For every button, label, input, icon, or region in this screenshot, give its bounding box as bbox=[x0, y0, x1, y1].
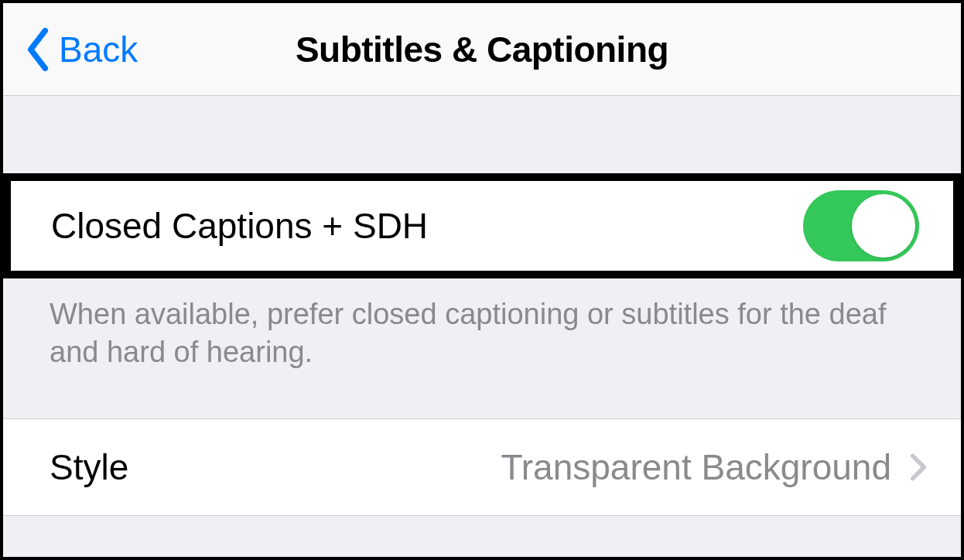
section-spacer bbox=[3, 96, 961, 173]
section-spacer bbox=[3, 372, 961, 418]
closed-captions-row-highlight: Closed Captions + SDH bbox=[3, 173, 961, 278]
style-label: Style bbox=[50, 446, 128, 488]
chevron-left-icon bbox=[25, 28, 51, 71]
closed-captions-footer: When available, prefer closed captioning… bbox=[3, 278, 961, 372]
closed-captions-label: Closed Captions + SDH bbox=[51, 205, 428, 247]
closed-captions-toggle[interactable] bbox=[803, 190, 919, 261]
chevron-right-icon bbox=[910, 452, 927, 482]
back-button[interactable]: Back bbox=[25, 28, 138, 71]
style-value: Transparent Background bbox=[501, 446, 891, 488]
style-row[interactable]: Style Transparent Background bbox=[3, 418, 961, 516]
navigation-bar: Back Subtitles & Captioning bbox=[3, 3, 961, 96]
closed-captions-row[interactable]: Closed Captions + SDH bbox=[11, 181, 953, 271]
style-right: Transparent Background bbox=[501, 446, 927, 488]
toggle-knob bbox=[852, 194, 915, 258]
back-label: Back bbox=[59, 29, 138, 70]
page-title: Subtitles & Captioning bbox=[3, 29, 961, 70]
